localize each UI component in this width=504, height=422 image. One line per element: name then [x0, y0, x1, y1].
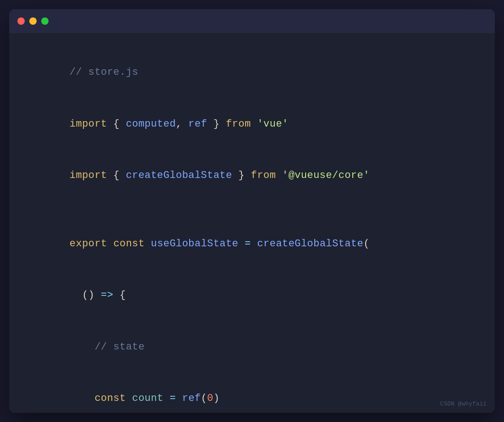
line-comment1: // store.js [32, 47, 472, 98]
line-comment2: // state [32, 321, 472, 372]
titlebar [9, 9, 495, 33]
line-arrow1: () => { [32, 270, 472, 321]
line-export1: export const useGlobalState = createGlob… [32, 218, 472, 270]
line-import2: import { createGlobalState } from '@vueu… [32, 150, 472, 201]
close-button[interactable] [17, 17, 25, 25]
maximize-button[interactable] [41, 17, 49, 25]
traffic-lights [17, 17, 49, 25]
line-const1: const count = ref(0) [32, 372, 472, 413]
code-editor: // store.js import { computed, ref } fro… [9, 33, 495, 413]
code-window: // store.js import { computed, ref } fro… [9, 9, 495, 413]
empty-line-1 [32, 201, 472, 218]
line-import1: import { computed, ref } from 'vue' [32, 98, 472, 150]
minimize-button[interactable] [29, 17, 37, 25]
watermark: CSDN @whyfail [440, 400, 487, 407]
